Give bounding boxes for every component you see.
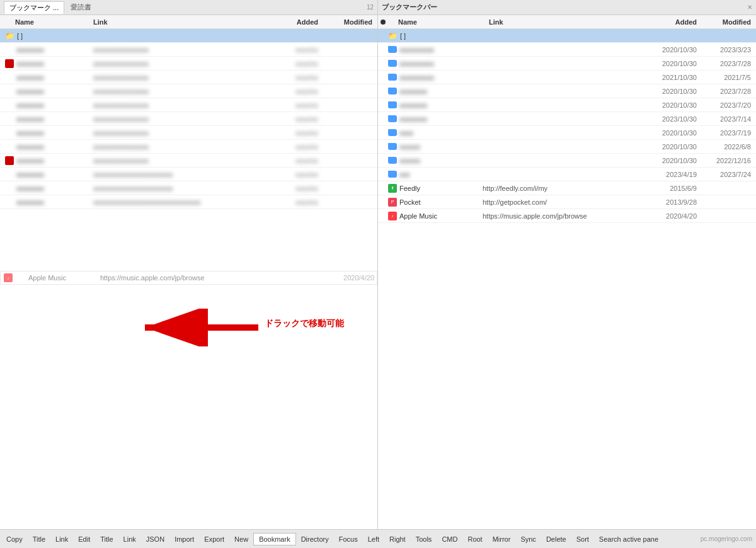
- left-row-added: xxxx/xx: [268, 88, 318, 95]
- toolbar-btn-focus[interactable]: Focus: [334, 534, 363, 545]
- col-name-header: Name: [3, 18, 91, 26]
- left-table-header: Name Link Added Modified: [0, 15, 377, 29]
- toolbar-btn-root[interactable]: Root: [462, 534, 487, 545]
- status-dot: [381, 20, 386, 25]
- toolbar-btn-title[interactable]: Title: [28, 534, 50, 545]
- toolbar-btn-export[interactable]: Export: [199, 534, 229, 545]
- folder-icon-right: [388, 88, 397, 94]
- row-icon-placeholder: [5, 87, 14, 96]
- left-panel: ブックマーク ... 愛読書 12 Name Link Added Modifi…: [0, 0, 378, 529]
- toolbar-btn-sort[interactable]: Sort: [571, 534, 594, 545]
- left-row-name-cell: xxxxxxxx: [3, 184, 91, 193]
- toolbar-btn-link[interactable]: Link: [50, 534, 73, 545]
- right-table-row[interactable]: P Pocket http://getpocket.com/ 2013/9/28: [378, 195, 756, 209]
- right-row-name-cell: ♪ Apple Music: [386, 212, 480, 220]
- toolbar-btn-copy[interactable]: Copy: [1, 534, 28, 545]
- left-panel-header: ブックマーク ... 愛読書 12: [0, 0, 377, 15]
- right-row-added: 2023/4/19: [640, 171, 697, 178]
- folder-icon-right: [388, 157, 397, 164]
- right-table-row[interactable]: xxxxxx 2020/10/30 2022/12/16: [378, 154, 756, 168]
- toolbar-btn-title[interactable]: Title: [95, 534, 118, 545]
- left-row-link: xxxxxxxxxxxxxxxx: [91, 60, 268, 67]
- left-table-row[interactable]: xxxxxxxx xxxxxxxxxxxxxxxx xxxx/xx: [0, 84, 377, 98]
- parent-folder-icon: 📁: [5, 31, 14, 40]
- toolbar-btn-sync[interactable]: Sync: [515, 534, 541, 545]
- right-table-row[interactable]: xxxxxxxx 2020/10/30 2023/7/28: [378, 84, 756, 98]
- left-table-row[interactable]: xxxxxxxx xxxxxxxxxxxxxxxx xxxx/xx: [0, 57, 377, 71]
- right-row-link: https://music.apple.com/jp/browse: [480, 212, 640, 220]
- right-row-added: 2020/10/30: [640, 143, 697, 151]
- row-icon-placeholder: [5, 198, 14, 207]
- left-table-row[interactable]: xxxxxxxx xxxxxxxxxxxxxxxxxxxxxxx xxxx/xx: [0, 181, 377, 195]
- right-table-row[interactable]: xxxxxx 2020/10/30 2022/6/8: [378, 140, 756, 154]
- left-table-row[interactable]: xxxxxxxx xxxxxxxxxxxxxxxx xxxx/xx: [0, 126, 377, 140]
- left-table-row[interactable]: xxxxxxxx xxxxxxxxxxxxxxxx xxxx/xx: [0, 112, 377, 126]
- right-row-link: http://feedly.com/i/my: [480, 185, 640, 192]
- right-row-added: 2021/10/30: [640, 74, 697, 81]
- right-table-row[interactable]: ♪ Apple Music https://music.apple.com/jp…: [378, 209, 756, 223]
- left-row-link: xxxxxxxxxxxxxxxx: [91, 157, 268, 164]
- left-table-row[interactable]: xxxxxxxx xxxxxxxxxxxxxxxx xxxx/xx: [0, 154, 377, 168]
- folder-icon-right: [388, 115, 397, 122]
- toolbar-btn-json[interactable]: JSON: [141, 534, 169, 545]
- left-table-row[interactable]: xxxxxxxx xxxxxxxxxxxxxxxxxxxxxxx xxxx/xx: [0, 168, 377, 181]
- left-row-link: xxxxxxxxxxxxxxxx: [91, 115, 268, 123]
- toolbar-btn-directory[interactable]: Directory: [296, 534, 334, 545]
- toolbar-btn-new[interactable]: New: [229, 534, 253, 545]
- left-table-row[interactable]: xxxxxxxx xxxxxxxxxxxxxxxxxxxxxxxxxxxxxxx…: [0, 195, 377, 209]
- folder-icon-right: [388, 60, 397, 67]
- left-row-name-cell: xxxxxxxx: [3, 142, 91, 151]
- right-table-row[interactable]: xxx 2023/4/19 2023/7/24: [378, 168, 756, 181]
- right-row-name: Feedly: [399, 185, 420, 192]
- right-row-name-cell: xxxxxxxx: [386, 88, 480, 95]
- tab-reading[interactable]: 愛読書: [66, 1, 96, 13]
- right-row-name: Pocket: [399, 198, 421, 206]
- left-row-name-cell: xxxxxxxx: [3, 198, 91, 207]
- right-row-added: 2013/9/28: [640, 198, 697, 206]
- left-row-link: xxxxxxxxxxxxxxxx: [91, 101, 268, 109]
- right-table-row[interactable]: xxxx 2020/10/30 2023/7/19: [378, 126, 756, 140]
- right-table-row[interactable]: xxxxxxxxxx 2020/10/30 2023/3/23: [378, 43, 756, 57]
- left-table-body: 📁 [ ] xxxxxxxx xxxxxxxxxxxxxxxx xxxx/xx …: [0, 29, 377, 529]
- toolbar-btn-bookmark[interactable]: Bookmark: [253, 533, 296, 545]
- left-row-name: xxxxxxxx: [16, 129, 44, 137]
- left-row-name: xxxxxxxx: [16, 171, 44, 178]
- toolbar-btn-right[interactable]: Right: [384, 534, 411, 545]
- left-table-row[interactable]: xxxxxxxx xxxxxxxxxxxxxxxx xxxx/xx: [0, 98, 377, 112]
- close-button[interactable]: ✕: [747, 4, 752, 11]
- toolbar-btn-cmd[interactable]: CMD: [437, 534, 462, 545]
- left-row-name: xxxxxxxx: [16, 101, 44, 109]
- toolbar-btn-import[interactable]: Import: [169, 534, 199, 545]
- favicon-apple-right: ♪: [388, 212, 397, 220]
- tab-bookmarks[interactable]: ブックマーク ...: [4, 1, 64, 14]
- left-row-added: xxxx/xx: [268, 143, 318, 151]
- toolbar-btn-delete[interactable]: Delete: [541, 534, 571, 545]
- left-row-added: xxxx/xx: [268, 129, 318, 137]
- right-row-modified: 2023/7/28: [697, 88, 753, 95]
- left-table-row[interactable]: xxxxxxxx xxxxxxxxxxxxxxxx xxxx/xx: [0, 140, 377, 154]
- toolbar-btn-edit[interactable]: Edit: [73, 534, 95, 545]
- left-row-added: xxxx/xx: [268, 157, 318, 164]
- right-table-row[interactable]: xxxxxxxx 2020/10/30 2023/7/20: [378, 98, 756, 112]
- toolbar-btn-link[interactable]: Link: [118, 534, 141, 545]
- left-row-name-cell: xxxxxxxx: [3, 73, 91, 82]
- left-table-row[interactable]: xxxxxxxx xxxxxxxxxxxxxxxx xxxx/xx: [0, 43, 377, 57]
- right-panel-header: ブックマークバー ✕: [378, 0, 756, 15]
- right-row-name: xxx: [399, 171, 410, 178]
- left-row-link: xxxxxxxxxxxxxxxx: [91, 74, 268, 81]
- left-table-row[interactable]: 📁 [ ]: [0, 29, 377, 43]
- toolbar-btn-tools[interactable]: Tools: [411, 534, 437, 545]
- left-table-row[interactable]: xxxxxxxx xxxxxxxxxxxxxxxx xxxx/xx: [0, 71, 377, 84]
- right-table-row[interactable]: xxxxxxxxxx 2021/10/30 2021/7/5: [378, 71, 756, 84]
- toolbar-btn-search-active-pane[interactable]: Search active pane: [594, 534, 663, 545]
- left-row-name-cell: xxxxxxxx: [3, 170, 91, 179]
- row-icon-placeholder: [5, 170, 14, 179]
- toolbar-btn-mirror[interactable]: Mirror: [488, 534, 516, 545]
- toolbar-btn-left[interactable]: Left: [363, 534, 384, 545]
- right-table-row[interactable]: f Feedly http://feedly.com/i/my 2015/6/9: [378, 181, 756, 195]
- col-added-header: Added: [268, 18, 318, 26]
- right-table-row[interactable]: 📁 [ ]: [378, 29, 756, 43]
- left-row-name: xxxxxxxx: [16, 74, 44, 81]
- right-table-row[interactable]: xxxxxxxx 2023/10/30 2023/7/14: [378, 112, 756, 126]
- right-table-row[interactable]: xxxxxxxxxx 2020/10/30 2023/7/28: [378, 57, 756, 71]
